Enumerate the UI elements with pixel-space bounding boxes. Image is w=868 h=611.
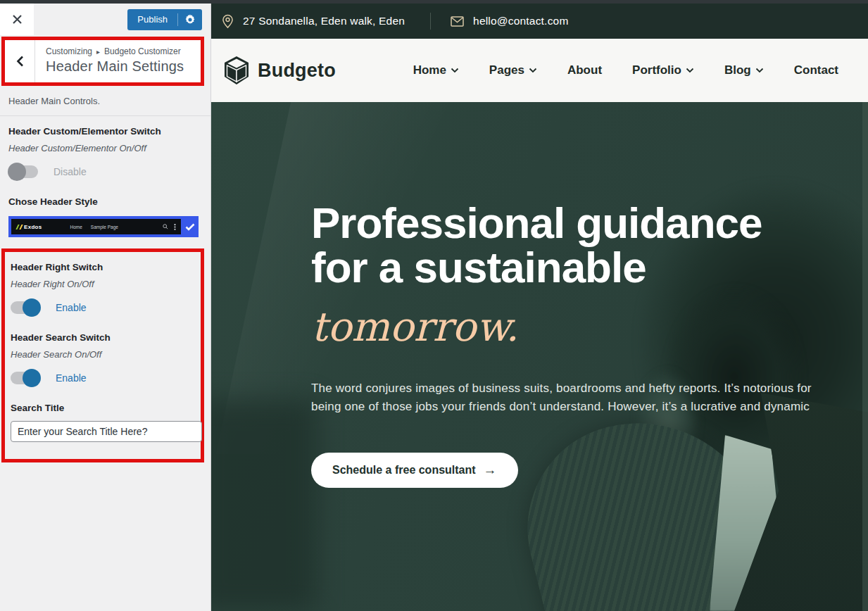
- customizer-sidebar: Publish Customizing ▸ Budgeto Customizer: [0, 0, 211, 611]
- control-description: Header Custom/Elementor On/Off: [8, 143, 202, 153]
- control-label: Header Search Switch: [11, 332, 195, 343]
- header-right-toggle[interactable]: [11, 301, 40, 314]
- back-button[interactable]: [5, 40, 35, 82]
- control-description: Header Search On/Off: [11, 349, 195, 360]
- thumb-logo-text: Exdos: [24, 224, 42, 230]
- section-title-panel-annotated: Customizing ▸ Budgeto Customizer Header …: [1, 37, 204, 86]
- panel-title: Header Main Settings: [46, 58, 184, 75]
- chevron-left-icon: [16, 56, 24, 67]
- control-search-title: Search Title: [5, 396, 201, 445]
- toggle-knob: [23, 369, 41, 387]
- window-top-strip: [0, 0, 868, 4]
- hero-heading-line2: for a sustainable: [311, 243, 646, 291]
- toggle-knob: [23, 298, 41, 317]
- thumb-icons: [163, 224, 176, 230]
- breadcrumb-level2: Budgeto Customizer: [104, 46, 181, 56]
- control-description: Header Right On/Off: [11, 279, 195, 289]
- breadcrumb-separator-icon: ▸: [96, 48, 100, 56]
- thumb-menu: Home Sample Page: [70, 225, 118, 229]
- topbar-email[interactable]: hello@contact.com: [451, 15, 568, 27]
- arrow-right-icon: →: [484, 462, 497, 478]
- chevron-down-icon: [686, 68, 694, 73]
- customizer-header: Publish: [0, 4, 210, 35]
- site-navbar: Budgeto Home Pages About Portfolio: [211, 39, 868, 102]
- topbar-address-text: 27 Sondanella, Eden walk, Eden: [243, 15, 405, 27]
- header-search-toggle[interactable]: [11, 372, 40, 384]
- chevron-down-icon: [451, 68, 459, 73]
- nav-item-contact[interactable]: Contact: [794, 63, 838, 77]
- hero-heading: Professional guidance for a sustainable …: [311, 201, 868, 349]
- nav-item-label: Pages: [489, 63, 524, 77]
- elementor-switch-toggle[interactable]: [8, 165, 38, 178]
- section-title-text: Customizing ▸ Budgeto Customizer Header …: [35, 40, 184, 82]
- toggle-row: Disable: [8, 163, 202, 181]
- location-pin-icon: [222, 14, 234, 29]
- toggle-state-label: Enable: [56, 302, 87, 313]
- control-label: Chose Header Style: [8, 196, 202, 207]
- hero-paragraph: The word conjures images of business sui…: [311, 379, 836, 416]
- control-elementor-switch: Header Custom/Elementor Switch Header Cu…: [0, 116, 210, 181]
- thumb-menu-item: Home: [70, 225, 82, 229]
- selected-check-badge: [181, 216, 199, 237]
- control-header-style: Chose Header Style Exdos Home Sample Pag…: [0, 187, 210, 237]
- gear-icon[interactable]: [178, 14, 202, 25]
- chevron-down-icon: [755, 68, 764, 73]
- nav-item-label: Blog: [724, 63, 751, 77]
- nav-item-label: Contact: [794, 63, 838, 77]
- topbar-email-text: hello@contact.com: [473, 15, 568, 27]
- topbar-address: 27 Sondanella, Eden walk, Eden: [222, 14, 405, 29]
- breadcrumb: Customizing ▸ Budgeto Customizer: [46, 46, 184, 56]
- mail-icon: [451, 16, 464, 27]
- control-header-search-switch: Header Search Switch Header Search On/Of…: [5, 325, 201, 387]
- close-customizer-button[interactable]: [0, 4, 34, 35]
- hero-heading-accent: tomorrow.: [311, 305, 868, 349]
- toggle-state-label: Disable: [54, 166, 87, 177]
- thumb-logo: Exdos: [17, 224, 42, 230]
- thumb-menu-item: Sample Page: [91, 225, 118, 229]
- hero-heading-line1: Professional guidance: [311, 199, 762, 247]
- close-icon: [12, 14, 23, 25]
- logo-slash-icon: [19, 225, 23, 229]
- site-logo[interactable]: Budgeto: [222, 55, 336, 86]
- nav-menu: Home Pages About Portfolio Blog: [413, 63, 838, 77]
- site-logo-text: Budgeto: [258, 60, 336, 82]
- nav-item-blog[interactable]: Blog: [724, 63, 764, 77]
- publish-button-group: Publish: [127, 9, 202, 30]
- chevron-down-icon: [529, 68, 537, 73]
- annotation-box-controls: Header Right Switch Header Right On/Off …: [1, 248, 204, 462]
- control-label: Search Title: [11, 403, 195, 413]
- control-label: Header Right Switch: [11, 262, 195, 272]
- nav-item-label: Home: [413, 63, 446, 77]
- nav-item-pages[interactable]: Pages: [489, 63, 537, 77]
- search-title-input[interactable]: [11, 421, 202, 442]
- nav-item-label: Portfolio: [632, 63, 681, 77]
- check-icon: [185, 223, 195, 231]
- toggle-knob: [8, 163, 26, 181]
- nav-item-about[interactable]: About: [567, 63, 602, 77]
- toggle-row: Enable: [11, 298, 195, 317]
- schedule-consultant-button[interactable]: Schedule a free consultant →: [311, 453, 518, 488]
- cube-logo-icon: [222, 55, 251, 86]
- control-label: Header Custom/Elementor Switch: [8, 126, 202, 137]
- toggle-state-label: Enable: [56, 372, 87, 384]
- toggle-row: Enable: [11, 369, 195, 387]
- search-icon: [163, 224, 168, 229]
- hero-section: Professional guidance for a sustainable …: [211, 102, 868, 611]
- nav-item-home[interactable]: Home: [413, 63, 459, 77]
- topbar-divider: [430, 13, 431, 30]
- control-header-right-switch: Header Right Switch Header Right On/Off …: [5, 255, 201, 317]
- nav-item-label: About: [567, 63, 602, 77]
- nav-item-portfolio[interactable]: Portfolio: [632, 63, 694, 77]
- breadcrumb-level1: Customizing: [46, 46, 92, 56]
- publish-button[interactable]: Publish: [127, 14, 177, 25]
- wordpress-customizer-screen: Publish Customizing ▸ Budgeto Customizer: [0, 0, 868, 611]
- cta-label: Schedule a free consultant: [332, 464, 476, 477]
- menu-dots-icon: [174, 224, 176, 230]
- section-description: Header Main Controls.: [0, 86, 210, 116]
- site-topbar: 27 Sondanella, Eden walk, Eden hello@con…: [211, 4, 868, 39]
- header-style-option-selected[interactable]: Exdos Home Sample Page: [8, 216, 199, 237]
- hero-content: Professional guidance for a sustainable …: [211, 102, 868, 488]
- site-preview: 27 Sondanella, Eden walk, Eden hello@con…: [211, 0, 868, 611]
